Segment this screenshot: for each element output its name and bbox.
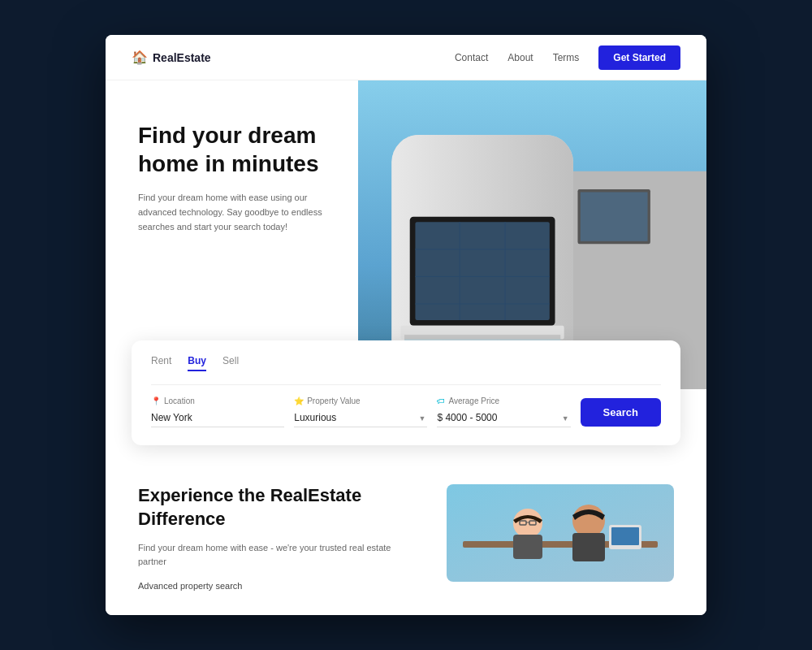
hero-description: Find your dream home with ease using our… xyxy=(138,191,333,234)
tab-sell[interactable]: Sell xyxy=(222,355,239,371)
property-select-wrapper: Luxurious Standard Budget ▼ xyxy=(294,409,427,427)
hero-title: Find your dream home in minutes xyxy=(138,121,350,178)
search-tabs: Rent Buy Sell xyxy=(151,355,661,371)
tab-rent[interactable]: Rent xyxy=(151,355,171,371)
search-container: Rent Buy Sell 📍 Location ⭐ Property Valu… xyxy=(132,340,680,445)
bottom-feature: Advanced property search xyxy=(138,581,421,591)
browser-window: 🏠 RealEstate Contact About Terms Get Sta… xyxy=(106,35,706,614)
logo-text: RealEstate xyxy=(153,51,211,64)
get-started-button[interactable]: Get Started xyxy=(598,46,680,70)
svg-rect-29 xyxy=(611,527,639,545)
search-button[interactable]: Search xyxy=(581,398,661,427)
location-input[interactable] xyxy=(151,409,284,427)
svg-rect-4 xyxy=(415,223,549,321)
price-field: 🏷 Average Price $ 4000 - 5000 $ 2000 - 3… xyxy=(437,396,570,427)
bottom-title: Experience the RealEstate Difference xyxy=(138,484,421,531)
svg-point-21 xyxy=(513,509,542,538)
home-icon: 🏠 xyxy=(132,50,148,65)
svg-rect-27 xyxy=(572,533,605,561)
divider xyxy=(151,384,661,385)
bottom-description: Find your dream home with ease - we're y… xyxy=(138,541,421,570)
bottom-content: Experience the RealEstate Difference Fin… xyxy=(138,484,421,590)
nav-links: Contact About Terms Get Started xyxy=(455,46,680,70)
nav-contact[interactable]: Contact xyxy=(455,52,488,63)
svg-rect-22 xyxy=(513,535,542,559)
tab-buy[interactable]: Buy xyxy=(188,355,206,371)
property-select[interactable]: Luxurious Standard Budget xyxy=(294,409,427,427)
bottom-section: Experience the RealEstate Difference Fin… xyxy=(106,445,706,614)
logo: 🏠 RealEstate xyxy=(132,50,211,65)
price-select[interactable]: $ 4000 - 5000 $ 2000 - 3000 $ 1000 - 200… xyxy=(437,409,570,427)
svg-rect-15 xyxy=(581,193,648,241)
navbar: 🏠 RealEstate Contact About Terms Get Sta… xyxy=(106,35,706,80)
nav-terms[interactable]: Terms xyxy=(553,52,580,63)
price-tag-icon: 🏷 xyxy=(437,396,445,405)
location-field: 📍 Location xyxy=(151,396,284,427)
property-value-field: ⭐ Property Value Luxurious Standard Budg… xyxy=(294,396,427,427)
search-fields: 📍 Location ⭐ Property Value Luxurious St… xyxy=(151,396,661,427)
property-label: ⭐ Property Value xyxy=(294,396,427,405)
bottom-image xyxy=(447,484,674,582)
nav-about[interactable]: About xyxy=(508,52,533,63)
price-select-wrapper: $ 4000 - 5000 $ 2000 - 3000 $ 1000 - 200… xyxy=(437,409,570,427)
star-icon: ⭐ xyxy=(294,396,304,405)
location-label: 📍 Location xyxy=(151,396,284,405)
location-icon: 📍 xyxy=(151,396,161,405)
price-label: 🏷 Average Price xyxy=(437,396,570,405)
